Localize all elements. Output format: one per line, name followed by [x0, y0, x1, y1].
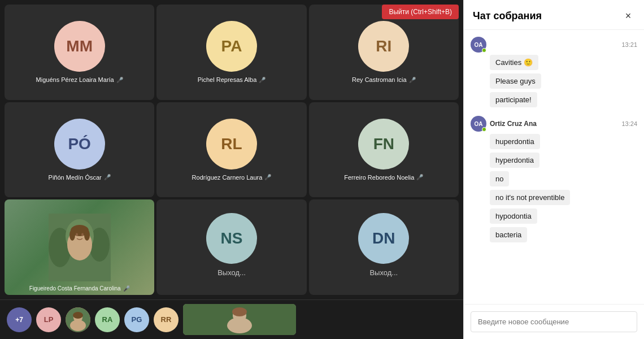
avatar-ns: NS	[206, 213, 257, 264]
svg-point-18	[227, 318, 252, 333]
chat-panel: Чат собрания × OA 13:21 Cavities 🙂 Pleas…	[463, 0, 644, 339]
chat-bubble-2-2: no	[490, 171, 509, 186]
svg-point-7	[69, 229, 75, 241]
chat-messages: OA 13:21 Cavities 🙂 Please guys particip…	[464, 30, 644, 304]
chat-bubble-1-2: participate!	[490, 92, 537, 107]
more-participants-badge[interactable]: +7	[7, 307, 32, 332]
video-tile-ns: NS Выход...	[156, 199, 306, 295]
participant-name-ri: Rey Castroman Icia 🎤	[352, 76, 416, 83]
participant-name-po: Piñón Medín Óscar 🎤	[49, 174, 111, 181]
chat-bubble-2-4: hypodontia	[490, 208, 537, 224]
avatar-pa: PA	[206, 21, 257, 72]
chat-input-area	[464, 304, 644, 339]
video-tile-mm: MM Miguéns Pérez Loaira María 🎤	[5, 5, 154, 100]
online-dot-1	[482, 48, 486, 53]
message-time-2: 13:24	[621, 120, 637, 127]
bottom-avatar-lp: LP	[36, 307, 61, 332]
avatar-po: PÓ	[54, 119, 105, 169]
chat-bubble-2-1: hyperdontia	[490, 153, 539, 168]
chat-header: Чат собрания ×	[464, 0, 644, 30]
chat-bubble-2-5: bacteria	[490, 227, 527, 242]
avatar-rl: RL	[206, 119, 257, 169]
participant-name-mm: Miguéns Pérez Loaira María 🎤	[36, 76, 123, 83]
video-tile-dn: DN Выход...	[309, 199, 459, 295]
participant-name-fn: Ferreiro Reboredo Noelia 🎤	[344, 174, 423, 181]
video-tile-pa: PA Pichel Represas Alba 🎤	[156, 5, 306, 100]
video-grid: MM Miguéns Pérez Loaira María 🎤 PA Piche…	[0, 0, 463, 299]
bottom-video-preview	[183, 304, 296, 335]
bottom-video-svg	[183, 304, 296, 335]
mic-icon-ri: 🎤	[409, 77, 416, 83]
exit-button[interactable]: Выйти (Ctrl+Shift+B)	[382, 5, 459, 19]
online-dot-2	[482, 127, 486, 132]
participant-name-pa: Pichel Represas Alba 🎤	[198, 76, 266, 83]
bottom-person-svg	[66, 307, 90, 332]
svg-point-10	[81, 233, 84, 236]
chat-bubble-2-3: no it's not preventible	[490, 190, 570, 205]
mic-icon-po: 🎤	[104, 174, 111, 180]
avatar-ri: RI	[358, 21, 409, 72]
bottom-avatar-rr: RR	[154, 307, 179, 332]
chat-bubble-1-1: Please guys	[490, 73, 541, 89]
sender-avatar-wrap-2: OA	[471, 116, 486, 132]
bottom-avatar-pg: PG	[124, 307, 149, 332]
video-tile-po: PÓ Piñón Medín Óscar 🎤	[5, 102, 154, 198]
sender-row-1: OA 13:21	[471, 37, 637, 53]
svg-point-9	[76, 233, 78, 236]
bubble-container-2: huperdontia hyperdontia no no it's not p…	[471, 134, 637, 244]
avatar-fn: FN	[358, 119, 409, 169]
chat-bubble-1-0: Cavities 🙂	[490, 55, 538, 70]
video-tile-rl: RL Rodríguez Carnero Laura 🎤	[156, 102, 306, 198]
exiting-label-ns: Выход...	[217, 268, 246, 277]
mic-icon-mm: 🎤	[116, 77, 123, 83]
bubble-container-1: Cavities 🙂 Please guys participate!	[471, 55, 637, 109]
participant-name-fc: Figueiredo Costa Fernanda Carolina 🎤	[5, 285, 154, 292]
person-svg-fc	[49, 214, 111, 281]
chat-title: Чат собрания	[473, 10, 542, 22]
sender-avatar-wrap-1: OA	[471, 37, 486, 53]
svg-point-17	[232, 307, 247, 316]
svg-point-8	[84, 229, 90, 241]
avatar-mm: MM	[54, 21, 105, 72]
participant-name-rl: Rodríguez Carnero Laura 🎤	[192, 174, 272, 181]
close-chat-button[interactable]: ×	[621, 9, 635, 23]
video-tile-fc: Figueiredo Costa Fernanda Carolina 🎤	[5, 199, 154, 295]
mic-icon-fn: 🎤	[416, 174, 423, 180]
bottom-avatar-ra: RA	[95, 307, 120, 332]
video-tile-fn: FN Ferreiro Reboredo Noelia 🎤	[309, 102, 459, 198]
svg-point-14	[70, 320, 86, 331]
photo-background-fc	[5, 199, 154, 295]
avatar-dn: DN	[358, 213, 409, 264]
chat-input[interactable]	[471, 311, 637, 332]
sender-row-2: OA Ortiz Cruz Ana 13:24	[471, 116, 637, 132]
mic-icon-rl: 🎤	[264, 174, 271, 180]
message-group-2: OA Ortiz Cruz Ana 13:24 huperdontia hype…	[471, 116, 637, 244]
mic-icon-pa: 🎤	[259, 77, 266, 83]
sender-name-2: Ortiz Cruz Ana	[490, 120, 537, 128]
message-group-1: OA 13:21 Cavities 🙂 Please guys particip…	[471, 37, 637, 109]
chat-bubble-2-0: huperdontia	[490, 134, 540, 149]
message-time-1: 13:21	[621, 41, 637, 48]
svg-point-13	[73, 312, 83, 319]
bottom-bar: +7 LP RA PG RR	[0, 299, 463, 339]
bottom-photo-person	[66, 307, 90, 332]
exiting-label-dn: Выход...	[369, 268, 398, 277]
mic-icon-fc: 🎤	[123, 285, 130, 292]
